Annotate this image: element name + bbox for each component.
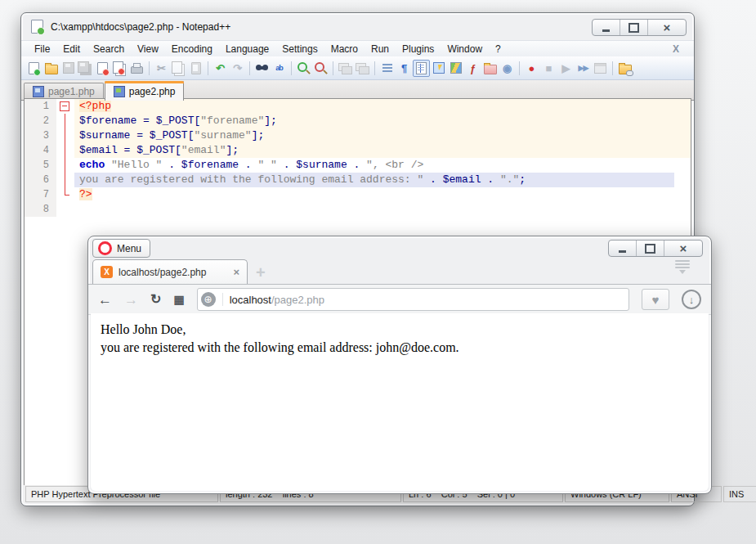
code-line-7[interactable]: 7?> bbox=[25, 187, 691, 202]
address-bar[interactable]: ⊕ localhost/page2.php bbox=[197, 288, 629, 311]
code-line-8[interactable]: 8 bbox=[25, 202, 691, 217]
unsaved-floppy-icon bbox=[33, 86, 44, 97]
file-monitoring-icon[interactable]: ◉ bbox=[499, 60, 516, 77]
opera-minimize-button[interactable] bbox=[609, 241, 637, 256]
zoom-out-icon[interactable] bbox=[312, 60, 329, 77]
new-tab-button[interactable]: + bbox=[256, 264, 266, 281]
close-all-icon-shape bbox=[113, 61, 123, 74]
reload-button[interactable]: ↻ bbox=[150, 293, 161, 306]
download-button[interactable]: ↓ bbox=[682, 290, 701, 309]
opera-menu-button[interactable]: Menu bbox=[92, 239, 150, 258]
redo-icon[interactable]: ↷ bbox=[229, 60, 246, 77]
close-file-icon[interactable] bbox=[94, 60, 111, 77]
code-line-3[interactable]: 3$surname = $_POST["surname"]; bbox=[25, 128, 691, 143]
new-file-icon[interactable] bbox=[25, 60, 42, 77]
sync-vertical-icon[interactable] bbox=[337, 60, 354, 77]
opera-window: Menu × X localhost/page2.php × + ← → ↻ ▦… bbox=[87, 236, 712, 494]
code-line-1[interactable]: 1<?php bbox=[25, 99, 691, 114]
document-tab-page2php[interactable]: page2.php bbox=[105, 81, 185, 101]
macro-play-icon[interactable]: ▶ bbox=[557, 60, 575, 77]
open-file-icon-shape bbox=[45, 65, 58, 74]
folder-as-workspace-icon[interactable] bbox=[481, 60, 499, 77]
indent-guide-icon[interactable] bbox=[413, 60, 430, 77]
menu-item-search[interactable]: Search bbox=[87, 42, 131, 56]
speed-dial-button[interactable]: ▦ bbox=[173, 294, 184, 305]
menu-item-help[interactable]: ? bbox=[489, 42, 508, 56]
opera-title-bar[interactable]: Menu × bbox=[88, 236, 711, 258]
close-button[interactable]: × bbox=[648, 20, 686, 35]
save-all-icon[interactable] bbox=[77, 60, 94, 77]
token-op: ]; bbox=[264, 115, 277, 127]
site-badge-icon[interactable]: ⊕ bbox=[201, 292, 216, 307]
opera-close-button[interactable]: × bbox=[664, 241, 702, 256]
open-containing-folder-icon[interactable] bbox=[616, 60, 633, 77]
menu-item-encoding[interactable]: Encoding bbox=[165, 42, 219, 56]
macro-stop-icon[interactable]: ■ bbox=[540, 60, 557, 77]
macro-run-multiple-icon[interactable]: ▶▶ bbox=[575, 60, 592, 77]
forward-button: → bbox=[124, 293, 138, 307]
fold-margin bbox=[56, 158, 74, 173]
paste-icon-shape bbox=[191, 62, 201, 74]
paste-icon[interactable] bbox=[187, 60, 204, 77]
maximize-button[interactable] bbox=[620, 20, 648, 35]
code-line-2[interactable]: 2$forename = $_POST["forename"]; bbox=[25, 114, 691, 128]
token-op: . bbox=[277, 159, 296, 171]
function-list-icon[interactable]: ƒ bbox=[464, 60, 481, 77]
macro-record-icon[interactable]: ● bbox=[523, 60, 540, 77]
find-icon[interactable] bbox=[253, 60, 271, 77]
replace-icon-glyph: ab bbox=[275, 65, 283, 72]
copy-icon[interactable] bbox=[170, 60, 187, 77]
menu-item-view[interactable]: View bbox=[131, 42, 165, 56]
browser-tab-localhost-page2[interactable]: X localhost/page2.php × bbox=[92, 259, 248, 284]
document-map-icon[interactable] bbox=[447, 60, 464, 77]
token-op: ; bbox=[519, 173, 526, 186]
line-number: 7 bbox=[25, 187, 56, 202]
opera-tab-bar: X localhost/page2.php × + bbox=[88, 258, 711, 284]
copy-icon-shape bbox=[172, 61, 182, 74]
word-wrap-icon[interactable] bbox=[378, 60, 396, 77]
code-text: $forename = $_POST["forename"]; bbox=[74, 114, 691, 128]
minimize-button[interactable] bbox=[593, 20, 620, 35]
menu-item-macro[interactable]: Macro bbox=[324, 42, 365, 56]
tab-menu-icon[interactable] bbox=[675, 260, 690, 277]
page-text-line: Hello John Doe, bbox=[101, 321, 699, 339]
title-bar[interactable]: C:\xampp\htdocs\page2.php - Notepad++ × bbox=[21, 13, 694, 40]
fold-margin-collapse-icon[interactable] bbox=[56, 99, 74, 114]
print-icon[interactable] bbox=[128, 60, 145, 77]
token-str: " " bbox=[257, 159, 276, 171]
cut-icon[interactable]: ✂ bbox=[153, 60, 170, 77]
save-icon[interactable] bbox=[60, 60, 77, 77]
menu-item-plugins[interactable]: Plugins bbox=[396, 42, 441, 56]
menu-item-language[interactable]: Language bbox=[219, 42, 275, 56]
save-all-icon-shape bbox=[78, 61, 89, 73]
menu-item-file[interactable]: File bbox=[28, 42, 56, 56]
undo-icon[interactable]: ↶ bbox=[212, 60, 229, 77]
close-all-icon[interactable] bbox=[111, 60, 128, 77]
code-line-6[interactable]: 6you are registered with the following e… bbox=[25, 173, 691, 187]
fold-margin bbox=[56, 114, 74, 128]
code-line-5[interactable]: 5echo "Hello " . $forename . " " . $surn… bbox=[25, 158, 691, 173]
macro-play-icon-glyph: ▶ bbox=[562, 63, 570, 74]
menu-item-settings[interactable]: Settings bbox=[275, 42, 324, 56]
back-button[interactable]: ← bbox=[98, 293, 112, 307]
token-tag: ?> bbox=[79, 188, 92, 200]
menu-close-x[interactable]: X bbox=[673, 43, 679, 55]
tab-close-icon[interactable]: × bbox=[233, 266, 239, 278]
macro-run-multiple-icon-glyph: ▶▶ bbox=[579, 65, 588, 72]
token-tag: <?php bbox=[79, 100, 111, 112]
doc-switcher-icon[interactable] bbox=[430, 60, 447, 77]
show-all-characters-icon[interactable]: ¶ bbox=[396, 60, 413, 77]
replace-icon[interactable]: ab bbox=[271, 60, 288, 77]
code-line-4[interactable]: 4$email = $_POST["email"]; bbox=[25, 143, 691, 158]
line-number: 4 bbox=[25, 143, 56, 158]
bookmark-heart-button[interactable]: ♥ bbox=[642, 289, 669, 310]
sync-horizontal-icon[interactable] bbox=[354, 60, 371, 77]
document-tab-page1php[interactable]: page1.php bbox=[24, 83, 104, 100]
zoom-in-icon[interactable] bbox=[295, 60, 312, 77]
opera-maximize-button[interactable] bbox=[637, 241, 664, 256]
menu-item-edit[interactable]: Edit bbox=[56, 42, 87, 56]
menu-item-run[interactable]: Run bbox=[365, 42, 396, 56]
menu-item-window[interactable]: Window bbox=[441, 42, 489, 56]
macro-save-icon[interactable] bbox=[592, 60, 609, 77]
open-file-icon[interactable] bbox=[42, 60, 60, 77]
